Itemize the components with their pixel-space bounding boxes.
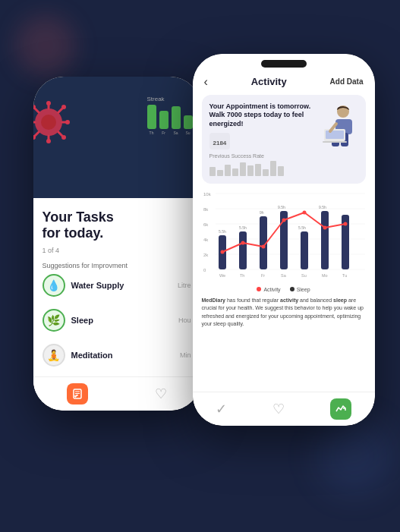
streak-day-3: Sa: [172, 131, 181, 135]
right-notch: [261, 60, 307, 68]
activity-keyword: activity: [280, 297, 298, 303]
sleep-keyword: sleep: [333, 297, 347, 303]
task-icon-sleep: 🌿: [43, 309, 65, 332]
task-item-water[interactable]: 💧 Water Supply Litre: [43, 271, 191, 300]
svg-text:Sa: Sa: [281, 273, 287, 278]
success-bar-7: [255, 164, 261, 176]
appointment-figure: [317, 102, 358, 156]
svg-point-65: [282, 218, 285, 222]
tasks-subtitle: Suggestions for Improvment: [43, 262, 191, 269]
svg-point-15: [61, 135, 66, 140]
streak-label: Streak: [147, 96, 193, 102]
svg-text:8k: 8k: [203, 207, 209, 212]
legend-label-sleep: Sleep: [297, 287, 310, 292]
svg-point-13: [65, 120, 70, 124]
streak-bar-1: [147, 105, 156, 129]
appointment-card: Your Appointment is tomorrow. Walk 7000 …: [202, 95, 366, 184]
left-top-area: Streak Th Fr Sa Su: [33, 77, 200, 198]
success-rate-bars: [209, 161, 317, 176]
svg-rect-57: [321, 211, 329, 269]
right-phone: ‹ Activity Add Data Your Appointment is …: [193, 54, 375, 426]
legend-sleep: Sleep: [290, 287, 310, 292]
svg-text:5.5h: 5.5h: [298, 225, 306, 230]
brand-name: MedDiary: [202, 297, 226, 303]
svg-point-1: [41, 115, 56, 130]
left-nav-tasks-icon[interactable]: [67, 383, 88, 405]
success-bar-3: [225, 165, 231, 176]
streak-bars: [147, 105, 193, 129]
back-button[interactable]: ‹: [204, 75, 208, 89]
task-unit-sleep: Hou: [178, 316, 191, 324]
appointment-title: Your Appointment is tomorrow. Walk 7000 …: [209, 102, 317, 129]
success-bar-1: [209, 167, 216, 176]
svg-text:Mo: Mo: [322, 273, 328, 278]
steps-badge: 2184: [209, 133, 231, 150]
phones-container: Streak Th Fr Sa Su: [11, 16, 390, 517]
svg-text:Su: Su: [301, 273, 307, 278]
success-bar-6: [247, 165, 254, 176]
left-phone: Streak Th Fr Sa Su: [33, 77, 200, 411]
right-nav-activity-icon[interactable]: [330, 398, 351, 420]
header-title: Activity: [251, 76, 287, 87]
task-name-meditation: Meditation: [71, 351, 113, 360]
task-unit-meditation: Min: [180, 351, 191, 359]
svg-point-67: [323, 225, 326, 229]
streak-bar-2: [159, 111, 169, 129]
streak-day-4: Su: [184, 131, 193, 135]
success-rate-label: Previous Success Rate: [209, 153, 317, 159]
streak-bar-3: [172, 106, 181, 129]
task-item-sleep[interactable]: 🌿 Sleep Hou: [43, 306, 191, 335]
svg-point-11: [46, 139, 51, 143]
svg-point-62: [220, 250, 224, 253]
success-bar-10: [278, 166, 284, 176]
svg-point-16: [61, 105, 66, 109]
task-unit-water: Litre: [178, 282, 191, 289]
left-phone-screen: Streak Th Fr Sa Su: [33, 77, 200, 411]
success-bar-4: [232, 168, 238, 176]
legend-activity: Activity: [257, 287, 280, 292]
svg-line-7: [58, 132, 62, 136]
svg-point-63: [241, 241, 244, 244]
streak-bar-4: [184, 115, 193, 129]
left-nav-heart-icon[interactable]: ♡: [155, 386, 167, 402]
task-item-meditation[interactable]: 🧘 Meditation Min: [43, 341, 191, 370]
legend-dot-sleep: [290, 287, 294, 291]
svg-text:Fr: Fr: [261, 273, 265, 278]
legend-label-activity: Activity: [263, 287, 280, 292]
svg-text:Th: Th: [240, 273, 244, 278]
tasks-count: 1 of 4: [43, 247, 191, 254]
svg-point-66: [302, 210, 306, 214]
streak-day-2: Fr: [159, 131, 169, 135]
svg-text:4k: 4k: [203, 238, 209, 242]
right-phone-screen: ‹ Activity Add Data Your Appointment is …: [193, 54, 375, 426]
streak-day-1: Th: [147, 131, 156, 135]
add-data-button[interactable]: Add Data: [330, 77, 364, 86]
svg-line-9: [35, 132, 39, 136]
right-nav-heart-icon[interactable]: ♡: [272, 401, 285, 417]
task-icon-water: 💧: [43, 274, 65, 297]
tasks-title: Your Tasksfor today.: [43, 209, 191, 242]
svg-text:2k: 2k: [203, 253, 209, 257]
svg-text:Tu: Tu: [342, 273, 347, 278]
appointment-text: Your Appointment is tomorrow. Walk 7000 …: [209, 102, 317, 176]
success-bar-2: [217, 170, 223, 176]
success-bar-9: [270, 161, 276, 176]
svg-rect-54: [301, 231, 308, 269]
chart-area: 10k 8k 6k 4k 2k 0 5.5h: [202, 190, 366, 292]
task-name-water: Water Supply: [71, 281, 124, 290]
svg-point-10: [46, 101, 51, 105]
svg-rect-27: [326, 131, 344, 139]
info-text: MedDiary has found that regular activity…: [202, 297, 366, 329]
right-nav-tasks-icon[interactable]: ✓: [216, 401, 227, 417]
svg-rect-45: [239, 231, 247, 269]
svg-text:We: We: [219, 273, 225, 278]
svg-line-8: [58, 109, 62, 112]
task-name-sleep: Sleep: [71, 316, 93, 325]
streak-section: Streak Th Fr Sa Su: [147, 96, 193, 135]
svg-text:10k: 10k: [203, 192, 212, 197]
svg-text:0: 0: [203, 268, 206, 272]
left-bottom-nav: ♡: [33, 376, 200, 411]
success-bar-5: [240, 162, 246, 176]
success-bar-8: [263, 169, 269, 176]
task-icon-meditation: 🧘: [43, 344, 65, 367]
